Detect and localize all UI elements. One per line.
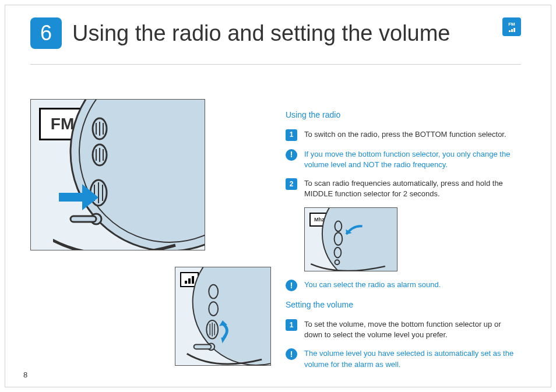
- fm-badge-text: FM: [508, 22, 515, 27]
- step-text: To switch on the radio, press the BOTTOM…: [304, 129, 506, 141]
- step-text: To scan radio frequencies automatically,…: [304, 178, 521, 199]
- svg-point-28: [335, 248, 342, 258]
- svg-point-26: [335, 221, 342, 232]
- warning-icon: !: [286, 149, 297, 161]
- radio-step-2: 2 To scan radio frequencies automaticall…: [286, 178, 521, 199]
- heading-setting-volume: Setting the volume: [286, 299, 521, 311]
- illustration-volume-selector: [175, 267, 271, 366]
- volume-bars-icon: [509, 28, 515, 32]
- step-number: 2: [286, 178, 297, 190]
- svg-point-27: [335, 233, 343, 246]
- step-number: 1: [286, 129, 297, 141]
- illustration-scan-hold: Mhz. 2 Sec.: [304, 207, 397, 271]
- volume-note-1: ! The volume level you have selected is …: [286, 348, 521, 369]
- svg-rect-15: [71, 216, 96, 222]
- radio-note-1: ! If you move the bottom function select…: [286, 149, 521, 170]
- section-number-badge: 6: [30, 17, 62, 49]
- header-divider: [30, 64, 521, 65]
- svg-point-18: [209, 302, 218, 316]
- step-number: 1: [286, 319, 297, 331]
- illustration-fm-selector: FM: [30, 99, 205, 250]
- warning-icon: !: [286, 348, 297, 360]
- instructions-column: Using the radio 1 To switch on the radio…: [286, 110, 521, 378]
- volume-step-1: 1 To set the volume, move the bottom fun…: [286, 319, 521, 340]
- svg-point-17: [209, 285, 218, 299]
- svg-point-25: [322, 208, 397, 271]
- device-drawing: [53, 99, 205, 250]
- warning-icon: !: [286, 280, 297, 291]
- svg-point-29: [335, 260, 340, 265]
- fm-volume-badge: FM: [502, 17, 521, 36]
- svg-point-16: [193, 267, 270, 365]
- svg-rect-24: [194, 344, 212, 349]
- step-text: To set the volume, move the bottom funct…: [304, 319, 521, 340]
- section-header: 6 Using the radio and setting the volume…: [30, 17, 521, 49]
- heading-using-radio: Using the radio: [286, 110, 521, 121]
- svg-point-0: [71, 99, 205, 250]
- section-title: Using the radio and setting the volume: [72, 21, 451, 46]
- note-text: You can select the radio as alarm sound.: [304, 280, 441, 291]
- note-text: The volume level you have selected is au…: [304, 348, 521, 369]
- note-text: If you move the bottom function selector…: [304, 149, 521, 170]
- page-number: 8: [23, 370, 27, 379]
- radio-step-1: 1 To switch on the radio, press the BOTT…: [286, 129, 521, 141]
- radio-note-2: ! You can select the radio as alarm soun…: [286, 280, 521, 291]
